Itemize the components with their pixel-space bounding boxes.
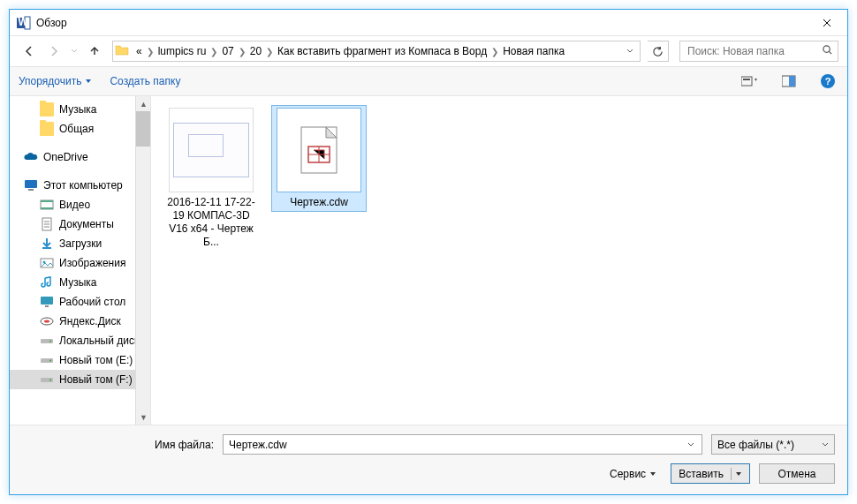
window-title: Обзор [36,17,807,29]
chevron-right-icon[interactable]: ❯ [208,47,220,56]
drive-icon [40,334,54,348]
yadisk-icon [40,314,54,328]
svg-text:W: W [19,16,29,28]
tree-item-folder[interactable]: Музыка [10,100,150,119]
tree-item-pc[interactable]: Этот компьютер [10,176,150,195]
tree-item-label: Изображения [59,257,125,269]
nav-bar: « ❯ lumpics ru ❯ 07 ❯ 20 ❯ Как вставить … [10,36,847,66]
chevron-down-icon[interactable] [684,439,698,451]
search-icon[interactable] [822,44,833,58]
tree-item-onedrive[interactable]: OneDrive [10,147,150,167]
svg-point-21 [49,341,51,342]
svg-point-19 [44,320,49,323]
video-icon [40,198,54,212]
organize-button[interactable]: Упорядочить [19,75,92,87]
nav-back-button[interactable] [19,41,40,62]
new-folder-button[interactable]: Создать папку [110,75,180,87]
tree-item-video[interactable]: Видео [10,195,150,214]
command-bar: Упорядочить Создать папку ? [10,66,847,96]
tree-item-downloads[interactable]: Загрузки [10,234,150,253]
filename-combobox[interactable] [223,434,702,455]
tree-item-drive[interactable]: Новый том (F:) [10,370,150,389]
tree-item-drive[interactable]: Новый том (E:) [10,350,150,370]
tools-label: Сервис [610,468,646,480]
nav-recent-dropdown[interactable] [68,41,80,62]
svg-rect-4 [741,77,752,86]
svg-rect-5 [743,79,750,80]
tree-item-desktop[interactable]: Рабочий стол [10,292,150,312]
insert-button[interactable]: Вставить [671,463,750,484]
tree-item-drive[interactable]: Локальный диск [10,331,150,350]
breadcrumb-seg[interactable]: Новая папка [501,45,566,57]
breadcrumb: « ❯ lumpics ru ❯ 07 ❯ 20 ❯ Как вставить … [134,45,622,57]
folder-icon [40,122,54,136]
tree-item-docs[interactable]: Документы [10,214,150,234]
file-label: 2016-12-11 17-22-19 КОМПАС-3D V16 x64 - … [166,196,256,249]
svg-rect-16 [41,297,53,305]
file-item[interactable]: Чертеж.cdw [271,105,367,212]
titlebar: W Обзор [10,10,847,36]
tree-item-label: OneDrive [43,151,88,163]
drive-icon [40,353,54,367]
breadcrumb-prefix[interactable]: « [134,45,144,57]
view-options-button[interactable] [739,71,761,92]
scroll-up-button[interactable]: ▲ [136,96,151,111]
chevron-right-icon[interactable]: ❯ [144,47,156,56]
svg-rect-11 [41,200,53,202]
svg-point-23 [49,360,51,362]
scroll-thumb[interactable] [136,111,151,147]
chevron-right-icon[interactable]: ❯ [489,47,501,56]
breadcrumb-seg[interactable]: 20 [248,45,263,57]
open-dialog: W Обзор « ❯ lumpics ru ❯ [9,9,848,495]
file-item[interactable]: 2016-12-11 17-22-19 КОМПАС-3D V16 x64 - … [163,105,259,252]
tree-item-label: Этот компьютер [43,179,123,192]
refresh-button[interactable] [648,41,669,62]
help-icon: ? [821,74,835,88]
tree-item-label: Документы [59,218,114,230]
filter-label: Все файлы (*.*) [717,439,794,451]
tree-item-label: Яндекс.Диск [59,315,121,327]
address-dropdown[interactable] [622,48,638,55]
tree-item-folder[interactable]: Общая [10,119,150,139]
pictures-icon [40,256,54,270]
filename-input[interactable] [227,438,684,452]
file-label: Чертеж.cdw [290,196,348,209]
docs-icon [40,217,54,231]
chevron-right-icon[interactable]: ❯ [263,47,276,56]
folder-icon [115,43,131,59]
nav-up-button[interactable] [84,41,105,62]
breadcrumb-seg[interactable]: Как вставить фрагмент из Компаса в Ворд [276,45,489,57]
pc-icon [24,178,38,192]
scrollbar[interactable]: ▲ ▼ [135,96,150,425]
search-input[interactable] [686,44,822,58]
file-list[interactable]: 2016-12-11 17-22-19 КОМПАС-3D V16 x64 - … [151,96,847,425]
search-box[interactable] [679,41,838,62]
breadcrumb-seg[interactable]: lumpics ru [156,45,209,57]
nav-forward-button[interactable] [43,41,64,62]
svg-rect-17 [45,305,49,307]
address-bar[interactable]: « ❯ lumpics ru ❯ 07 ❯ 20 ❯ Как вставить … [112,41,641,62]
close-button[interactable] [807,10,847,36]
tree-item-music[interactable]: Музыка [10,273,150,292]
nav-tree[interactable]: МузыкаОбщаяOneDriveЭтот компьютерВидеоДо… [10,96,151,425]
preview-pane-button[interactable] [778,71,800,92]
breadcrumb-seg[interactable]: 07 [220,45,235,57]
chevron-right-icon[interactable]: ❯ [236,47,248,56]
body: МузыкаОбщаяOneDriveЭтот компьютерВидеоДо… [10,96,847,425]
svg-point-25 [49,380,51,381]
svg-point-3 [823,46,830,52]
file-type-filter[interactable]: Все файлы (*.*) [711,434,835,455]
organize-label: Упорядочить [19,75,81,87]
downloads-icon [40,237,54,251]
help-button[interactable]: ? [817,71,838,92]
scroll-down-button[interactable]: ▼ [136,410,151,425]
cancel-button[interactable]: Отмена [759,463,835,484]
tree-item-label: Новый том (E:) [59,354,133,366]
tree-item-yadisk[interactable]: Яндекс.Диск [10,312,150,331]
insert-label: Вставить [679,468,724,480]
footer: Имя файла: Все файлы (*.*) Сервис Встави… [10,425,847,494]
cancel-label: Отмена [777,468,815,480]
tools-button[interactable]: Сервис [610,468,656,480]
tree-item-pictures[interactable]: Изображения [10,253,150,273]
tree-item-label: Видео [59,199,90,211]
